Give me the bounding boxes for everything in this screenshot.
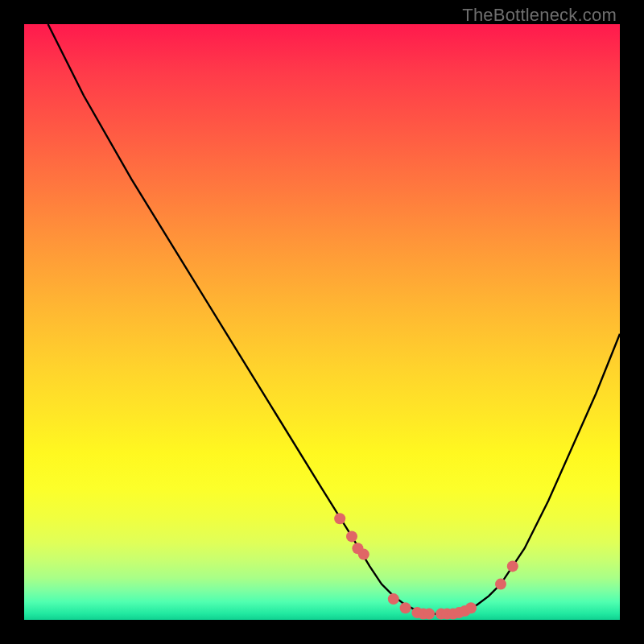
chart-marker: [346, 530, 357, 542]
chart-marker: [400, 602, 411, 613]
chart-plot-area: [24, 24, 620, 620]
watermark-text: TheBottleneck.com: [462, 5, 617, 26]
chart-marker: [507, 560, 518, 572]
chart-marker: [423, 609, 435, 620]
chart-marker: [495, 579, 506, 590]
chart-marker: [465, 602, 477, 613]
bottleneck-curve: [24, 24, 620, 620]
chart-marker: [358, 549, 369, 560]
chart-marker: [334, 513, 345, 524]
chart-marker: [388, 593, 399, 605]
